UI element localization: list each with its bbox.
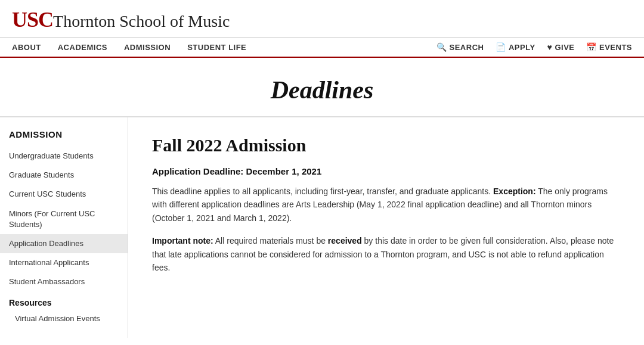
sidebar-item-graduate[interactable]: Graduate Students: [0, 166, 128, 185]
nav-left: ABOUT ACADEMICS ADMISSION STUDENT LIFE: [12, 43, 246, 52]
content-para-2: Important note: All required materials m…: [152, 234, 620, 274]
nav-bar: ABOUT ACADEMICS ADMISSION STUDENT LIFE 🔍…: [0, 38, 644, 58]
nav-item-about[interactable]: ABOUT: [12, 43, 41, 52]
sidebar-item-minors[interactable]: Minors (For Current USC Students): [0, 204, 128, 234]
para2-bold1: Important note:: [152, 236, 213, 245]
nav-search-button[interactable]: 🔍 SEARCH: [436, 42, 484, 52]
sidebar-item-international[interactable]: International Applicants: [0, 253, 128, 272]
sidebar-item-ambassadors[interactable]: Student Ambassadors: [0, 272, 128, 291]
page-title: Deadlines: [12, 76, 632, 104]
content-deadline: Application Deadline: December 1, 2021: [152, 166, 620, 176]
para1-text: This deadline applies to all applicants,…: [152, 187, 491, 196]
para1-bold: Exception:: [493, 187, 536, 196]
search-icon: 🔍: [436, 42, 447, 52]
nav-events-label: EVENTS: [599, 43, 632, 52]
sidebar-item-current-usc[interactable]: Current USC Students: [0, 185, 128, 204]
sidebar-item-virtual-events[interactable]: Virtual Admission Events: [0, 311, 128, 326]
header: USC Thornton School of Music: [0, 0, 644, 38]
nav-events-button[interactable]: 📅 EVENTS: [586, 42, 632, 52]
heart-icon: ♥: [547, 42, 553, 52]
page-title-area: Deadlines: [0, 58, 644, 117]
nav-apply-label: APPLY: [509, 43, 535, 52]
nav-item-academics[interactable]: ACADEMICS: [58, 43, 107, 52]
nav-give-button[interactable]: ♥ GIVE: [547, 42, 575, 52]
calendar-icon: 📅: [586, 42, 597, 52]
content-para-1: This deadline applies to all applicants,…: [152, 185, 620, 225]
logo-text: Thornton School of Music: [53, 12, 230, 31]
logo-usc: USC: [12, 7, 53, 32]
sidebar-item-application-deadlines[interactable]: Application Deadlines: [0, 234, 128, 253]
sidebar-section-title: ADMISSION: [0, 129, 128, 147]
sidebar-item-undergraduate[interactable]: Undergraduate Students: [0, 147, 128, 166]
main-content: ADMISSION Undergraduate Students Graduat…: [0, 117, 644, 338]
content-heading: Fall 2022 Admission: [152, 135, 620, 156]
para2-bold2: received: [328, 236, 362, 245]
sidebar-resources-title: Resources: [0, 292, 128, 311]
nav-right: 🔍 SEARCH 📄 APPLY ♥ GIVE 📅 EVENTS: [436, 42, 632, 52]
nav-search-label: SEARCH: [450, 43, 484, 52]
nav-item-student-life[interactable]: STUDENT LIFE: [187, 43, 246, 52]
nav-give-label: GIVE: [555, 43, 574, 52]
sidebar: ADMISSION Undergraduate Students Graduat…: [0, 117, 128, 338]
para2-text1: All required materials must be: [215, 236, 328, 245]
nav-apply-button[interactable]: 📄 APPLY: [496, 42, 535, 52]
nav-item-admission[interactable]: ADMISSION: [124, 43, 171, 52]
apply-icon: 📄: [496, 42, 506, 52]
logo: USC Thornton School of Music: [12, 7, 632, 32]
content-area: Fall 2022 Admission Application Deadline…: [128, 117, 644, 338]
